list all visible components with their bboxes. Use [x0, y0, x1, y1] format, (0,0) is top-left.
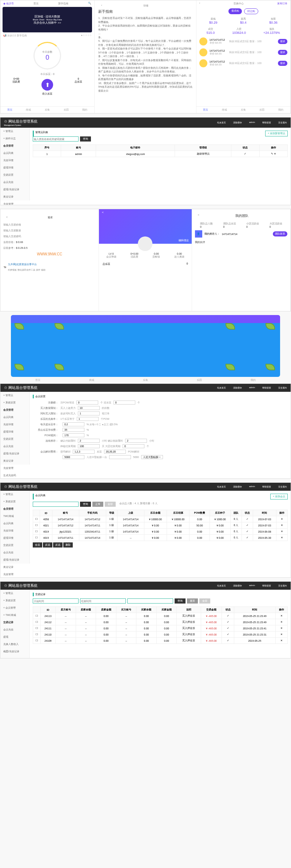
- header-icon[interactable]: 安全退出: [278, 485, 287, 489]
- order-item[interactable]: 14714714712单价 $4.55剩余30豆成交0豆 数量：100需求: [196, 36, 290, 47]
- table-row[interactable]: ☐405814714714714147147147121 级1471471471…: [33, 516, 288, 522]
- add-manager-button[interactable]: + 添加新管理员: [265, 131, 288, 136]
- form-input[interactable]: [125, 439, 147, 443]
- sidebar-item[interactable]: 交易记录: [0, 619, 29, 626]
- sidebar-item[interactable]: + 会员管理: [0, 604, 29, 612]
- search-input[interactable]: [33, 502, 79, 507]
- form-input[interactable]: [78, 406, 100, 410]
- sidebar-item[interactable]: 充值详情: [0, 527, 29, 534]
- form-input[interactable]: [78, 439, 100, 443]
- banner[interactable]: 区块链 · 运动大数据 Block Chain · Motion Big Dat…: [3, 7, 92, 32]
- bulk-action-button[interactable]: 全选: [33, 542, 42, 548]
- keyword-input[interactable]: [127, 598, 173, 604]
- sidebar-item[interactable]: 奖金记录: [0, 193, 29, 200]
- sidebar-item[interactable]: 奖金记录: [0, 564, 29, 571]
- header-icon[interactable]: 安全退出: [278, 121, 287, 124]
- sidebar-item[interactable]: + 系统设置: [0, 597, 29, 604]
- nav-tab[interactable]: 我的: [251, 378, 256, 382]
- nav-tab-me[interactable]: 我的: [278, 108, 283, 112]
- filter-normal-button[interactable]: 正常: [92, 502, 103, 507]
- sidebar-item[interactable]: + TMC商城: [0, 612, 29, 619]
- nav-home[interactable]: 首页: [33, 2, 39, 5]
- back-icon[interactable]: <: [102, 211, 104, 214]
- bulk-action-button[interactable]: 删除: [63, 542, 73, 548]
- sidebar-item[interactable]: 提现/充值记录: [0, 450, 29, 457]
- header-icon[interactable]: 站点首页: [217, 584, 226, 588]
- header-icon[interactable]: 帮助设置: [262, 584, 271, 588]
- end-date-input[interactable]: [80, 598, 126, 604]
- header-icon[interactable]: admin: [249, 121, 255, 124]
- sidebar-item[interactable]: 会员列表: [0, 520, 29, 527]
- sidebar-item[interactable]: 提现: [0, 633, 29, 641]
- form-input[interactable]: [63, 455, 84, 459]
- order-item[interactable]: 14714714712单价 $4.55剩余30豆成交0豆 数量：100需求: [196, 58, 290, 69]
- back-icon[interactable]: ‹: [101, 4, 102, 8]
- table-row[interactable]: ☐24112----0.00--0.000.00买入押金冻¥ -465.00✓2…: [33, 619, 288, 625]
- sidebar-item[interactable]: + 操作日志: [0, 135, 29, 142]
- sidebar-item[interactable]: 截图/充值记录: [0, 648, 29, 655]
- header-icon[interactable]: 帮助设置: [262, 485, 271, 489]
- add-member-button[interactable]: + 添加会员: [270, 494, 288, 499]
- sidebar-item[interactable]: + 管理员: [0, 392, 29, 399]
- sidebar-item[interactable]: 交易设置: [0, 435, 29, 443]
- edit-link[interactable]: 编辑信息: [179, 239, 189, 242]
- header-icon[interactable]: 清除缓存: [233, 485, 242, 489]
- back-icon[interactable]: ‹: [199, 2, 200, 5]
- nav-tab[interactable]: 商城: [89, 378, 94, 382]
- header-icon[interactable]: 安全退出: [278, 584, 287, 588]
- header-icon[interactable]: 站点首页: [217, 485, 226, 489]
- search-button[interactable]: 查询: [80, 502, 91, 507]
- sidebar-item[interactable]: 提现详情: [0, 428, 29, 435]
- nav-tab-park[interactable]: 乐园: [64, 108, 69, 112]
- sidebar-item[interactable]: 会员管理: [0, 406, 29, 414]
- sidebar-item[interactable]: 提现详情: [0, 164, 29, 171]
- sidebar-item[interactable]: 兑换人数收入: [0, 641, 29, 648]
- sidebar-item[interactable]: 充值详情: [0, 421, 29, 428]
- header-icon[interactable]: 帮助设置: [262, 386, 271, 390]
- sidebar-item[interactable]: + 系统设置: [0, 498, 29, 505]
- sidebar-item[interactable]: 提现/充值记录: [0, 556, 29, 564]
- table-row[interactable]: ☐4019jkp123321135154147111 级14714714714¥…: [33, 529, 288, 535]
- nav-tab[interactable]: 首页: [35, 378, 40, 382]
- sidebar-item[interactable]: 充值管理: [0, 200, 29, 205]
- form-input[interactable]: [77, 417, 99, 421]
- table-row[interactable]: ☐402114714714712147147147111 级1471471471…: [33, 522, 288, 529]
- input-pwd[interactable]: 请输入交易密码: [3, 235, 96, 238]
- contact-team-button[interactable]: 团队联系: [273, 231, 287, 236]
- sidebar-item[interactable]: 会员充值: [0, 549, 29, 556]
- avatar[interactable]: [138, 236, 152, 251]
- order-item[interactable]: 14714714712单价 $4.55剩余30豆成交0豆 数量：100需求: [196, 47, 290, 58]
- publish-link[interactable]: 发布订单: [277, 2, 287, 5]
- form-input[interactable]: [63, 433, 84, 437]
- header-icon[interactable]: admin: [249, 584, 255, 588]
- nav-tab[interactable]: 乐集: [143, 378, 148, 382]
- form-input[interactable]: [123, 444, 144, 448]
- header-icon[interactable]: 清除缓存: [233, 584, 242, 588]
- reset-button[interactable]: 重置: [187, 598, 198, 604]
- nav-tab-home[interactable]: 首页: [203, 108, 208, 112]
- nav-tab-mall[interactable]: 商城: [222, 108, 227, 112]
- header-icon[interactable]: admin: [249, 386, 255, 390]
- sidebar-item[interactable]: 生成充值码: [0, 472, 29, 479]
- back-icon[interactable]: <: [198, 214, 199, 218]
- table-row[interactable]: ☐401514714714711147147147141 级--¥ 0.00¥ …: [33, 535, 288, 541]
- sidebar-item[interactable]: 会员充值: [0, 443, 29, 450]
- sidebar-item[interactable]: 奖金记录: [0, 457, 29, 465]
- demand-button[interactable]: 需求: [278, 39, 287, 44]
- table-row[interactable]: 1adminxlwgoo@qq.com超级管理员✓✎ ✕: [33, 151, 288, 157]
- back-icon[interactable]: <: [6, 216, 8, 219]
- form-input[interactable]: [76, 401, 98, 405]
- header-icon[interactable]: 站点首页: [217, 386, 226, 390]
- form-input[interactable]: [78, 411, 100, 415]
- form-input[interactable]: [63, 428, 84, 432]
- sidebar-item[interactable]: 交易设置: [0, 542, 29, 549]
- sidebar-item[interactable]: 充值管理: [0, 571, 29, 578]
- bulk-action-button[interactable]: 反选: [43, 542, 52, 548]
- search-button[interactable]: 查询: [80, 136, 91, 142]
- demand-button[interactable]: 需求: [278, 61, 287, 66]
- header-icon[interactable]: 清除缓存: [233, 121, 242, 124]
- sidebar-item[interactable]: TMC商城: [0, 513, 29, 520]
- search-button[interactable]: 查询: [175, 598, 186, 604]
- input-price[interactable]: 请输入交易价格: [3, 223, 96, 227]
- search-input[interactable]: [33, 136, 79, 142]
